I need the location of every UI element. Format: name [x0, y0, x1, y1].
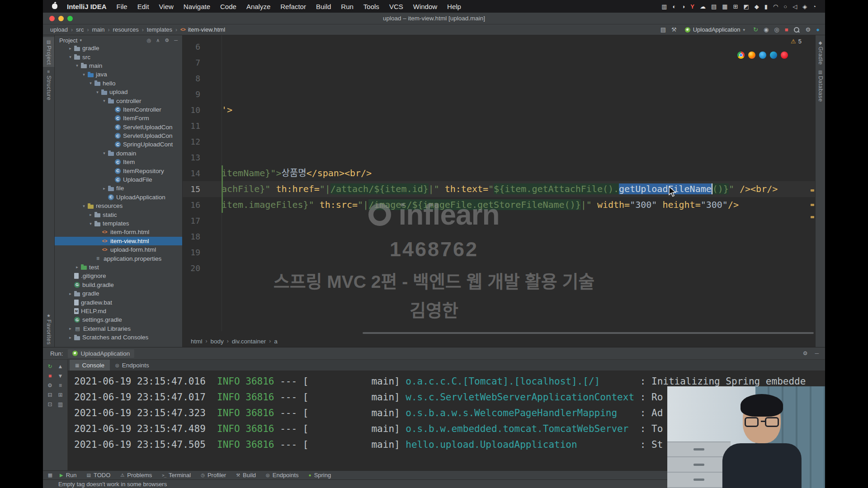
code-line-10[interactable]: 10'> [183, 102, 815, 118]
menu-item-help[interactable]: Help [442, 3, 466, 10]
menu-item-intellij-idea[interactable]: IntelliJ IDEA [62, 3, 112, 10]
menu-item-window[interactable]: Window [408, 3, 442, 10]
scrollend-icon[interactable]: ⊞ [55, 392, 66, 398]
tree-item-itemcontroller[interactable]: CItemController [55, 105, 182, 114]
tree-item-item-view-html[interactable]: <>item-view.html [55, 237, 182, 245]
breadcrumb-resources[interactable]: resources [113, 26, 139, 33]
siri-icon[interactable]: ◈ [800, 3, 810, 10]
breadcrumb-upload[interactable]: upload [50, 26, 68, 33]
view-options-icon[interactable]: ▤ [660, 26, 666, 33]
breadcrumb-src[interactable]: src [76, 26, 84, 33]
safari-icon[interactable] [759, 52, 766, 59]
warning-stripe-mark[interactable] [811, 204, 814, 206]
tree-chevron-icon[interactable]: ▸ [67, 326, 73, 331]
tree-chevron-icon[interactable]: ▾ [67, 55, 73, 59]
run-config-selector[interactable]: UploadApplication▾ [682, 26, 748, 33]
tree-chevron-icon[interactable]: ▾ [74, 63, 80, 68]
menu-item-edit[interactable]: Edit [132, 3, 154, 10]
down-icon[interactable]: ▼ [55, 373, 66, 379]
tree-chevron-icon[interactable]: ▾ [81, 204, 87, 208]
tree-item-main[interactable]: ▾main [55, 61, 182, 70]
tree-item-uploadfile[interactable]: CUploadFile [55, 175, 182, 184]
contrast-icon[interactable]: ◑ [679, 3, 688, 10]
run-config-tab[interactable]: UploadApplication [68, 349, 135, 358]
tree-item-gitignore[interactable]: .gitignore [55, 272, 182, 280]
hide-panel-icon[interactable]: ─ [815, 350, 819, 357]
toolwindow-run[interactable]: ▶Run [55, 471, 82, 479]
minimize-window-button[interactable] [58, 16, 64, 21]
hide-icon[interactable]: ─ [174, 38, 178, 43]
chrome-icon[interactable] [737, 52, 745, 59]
wifi-icon[interactable]: ◠ [770, 3, 781, 10]
tree-item-upload-form-html[interactable]: <>upload-form.html [55, 245, 182, 254]
tab-endpoints[interactable]: ◎Endpoints [110, 360, 155, 371]
menu-item-vcs[interactable]: VCS [384, 3, 408, 10]
toolwindow-todo[interactable]: ▤TODO [82, 471, 116, 479]
tree-chevron-icon[interactable]: ▸ [74, 265, 80, 269]
tree-item-help-md[interactable]: MHELP.md [55, 307, 182, 315]
tree-item-item[interactable]: CItem [55, 158, 182, 166]
code-line-8[interactable]: 8 [183, 70, 815, 86]
code-line-13[interactable]: 13 [183, 150, 815, 165]
project-panel-title[interactable]: Project [59, 37, 77, 44]
intellij-icon[interactable]: ◩ [741, 3, 751, 10]
tree-item-file[interactable]: ▸file [55, 184, 182, 192]
tree-item-controller[interactable]: ▾controller [55, 96, 182, 105]
tool-button-database[interactable]: ▥Database [816, 67, 825, 104]
settings-icon[interactable]: ⚙ [803, 350, 808, 357]
tree-chevron-icon[interactable]: ▸ [67, 335, 73, 340]
horizontal-scrollbar-thumb[interactable] [363, 332, 814, 334]
editor-breadcrumb-div-container[interactable]: div.container [232, 338, 266, 345]
build-icon[interactable]: ⚒ [671, 26, 677, 33]
tree-item-springuploadcont[interactable]: CSpringUploadCont [55, 140, 182, 149]
tree-item-gradle[interactable]: ▸gradle [55, 289, 182, 298]
tree-item-gradle[interactable]: ▸gradle [55, 44, 182, 52]
tree-item-itemrepository[interactable]: CItemRepository [55, 166, 182, 175]
menu-item-code[interactable]: Code [215, 3, 241, 10]
clock-icon[interactable]: ◔ [810, 3, 819, 10]
toolwindow-profiler[interactable]: ◷Profiler [196, 471, 231, 479]
tree-item-uploadapplication[interactable]: CUploadApplication [55, 193, 182, 202]
cloud-icon[interactable]: ☁ [697, 3, 708, 10]
tree-item-build-gradle[interactable]: Gbuild.gradle [55, 281, 182, 289]
editor-scrollbar[interactable] [810, 35, 815, 331]
tree-chevron-icon[interactable]: ▾ [101, 99, 107, 103]
toolwindow-endpoints[interactable]: ◎Endpoints [261, 471, 304, 479]
chevron-down-icon[interactable]: ▾ [80, 38, 82, 42]
code-line-15[interactable]: 15achFile}" th:href="|/attach/${item.id}… [183, 181, 815, 197]
search-everywhere-icon[interactable] [793, 27, 800, 33]
tree-item-servletuploadcon[interactable]: CServletUploadCon [55, 131, 182, 140]
learn-icon[interactable]: ● [816, 26, 820, 33]
coverage-icon[interactable]: ◎ [774, 26, 779, 33]
tree-item-hello[interactable]: ▾hello [55, 79, 182, 88]
menu-item-build[interactable]: Build [311, 3, 336, 10]
tree-item-gradlew-bat[interactable]: gradlew.bat [55, 298, 182, 306]
code-line-14[interactable]: 14itemName}">상품명</span><br/> [183, 165, 815, 181]
tree-item-scratches-and-consoles[interactable]: ▸Scratches and Consoles [55, 333, 182, 342]
pin-icon[interactable]: ▥ [55, 401, 66, 408]
tool-button-project[interactable]: ▤Project [43, 37, 54, 67]
tree-chevron-icon[interactable]: ▾ [88, 221, 94, 226]
tree-item-test[interactable]: ▸test [55, 263, 182, 272]
tree-item-itemform[interactable]: CItemForm [55, 114, 182, 122]
menu-item-file[interactable]: File [112, 3, 132, 10]
firefox-icon[interactable] [748, 52, 755, 59]
tool-button-favorites[interactable]: ★Favorites [43, 311, 54, 347]
breadcrumb-main[interactable]: main [92, 26, 104, 33]
collapse-all-icon[interactable]: ∧ [156, 38, 160, 43]
volume-icon[interactable]: ◁ [790, 3, 800, 10]
code-line-11[interactable]: 11 [183, 118, 815, 134]
menu-item-analyze[interactable]: Analyze [241, 3, 275, 10]
code-line-6[interactable]: 6 [183, 39, 815, 55]
tree-chevron-icon[interactable]: ▸ [67, 46, 73, 51]
menu-item-refactor[interactable]: Refactor [275, 3, 311, 10]
horizontal-scrollbar[interactable] [183, 331, 815, 335]
toolwindow-build[interactable]: ⚒Build [231, 471, 261, 479]
warning-stripe-mark[interactable] [811, 189, 814, 192]
notes-icon[interactable]: ▤ [708, 3, 719, 10]
breadcrumb-templates[interactable]: templates [147, 26, 172, 33]
settings-icon[interactable]: ⚙ [45, 382, 55, 389]
up-icon[interactable]: ▲ [55, 363, 66, 370]
tree-item-src[interactable]: ▾src [55, 52, 182, 61]
editor-lines[interactable]: 678910'>11121314itemName}">상품명</span><br… [183, 35, 815, 331]
